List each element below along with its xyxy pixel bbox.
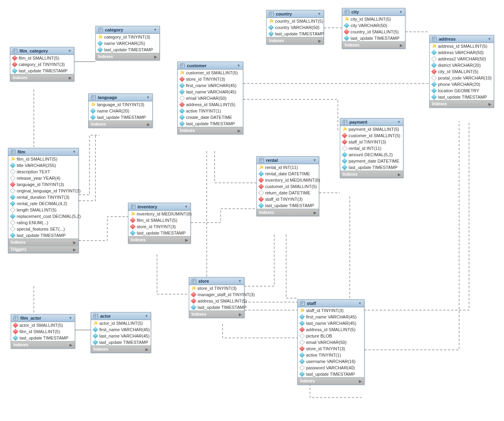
- table-address[interactable]: address▼address_id SMALLINT(5)address VA…: [429, 35, 494, 108]
- expand-icon[interactable]: ▶: [239, 312, 242, 316]
- column-row[interactable]: rental_duration TINYINT(3): [8, 194, 78, 200]
- column-row[interactable]: inventory_id MEDIUMINT(8): [128, 211, 190, 217]
- column-row[interactable]: last_update TIMESTAMP: [189, 304, 244, 310]
- table-staff[interactable]: staff▼staff_id TINYINT(3)first_name VARC…: [297, 299, 364, 385]
- column-row[interactable]: address_id SMALLINT(5): [298, 326, 364, 333]
- indexes-section[interactable]: Indexes▶: [342, 41, 405, 49]
- indexes-section[interactable]: Indexes▶: [128, 236, 190, 243]
- expand-icon[interactable]: ▶: [69, 76, 72, 80]
- collapse-icon[interactable]: ▼: [68, 49, 72, 53]
- column-row[interactable]: film_id SMALLINT(5): [11, 328, 75, 335]
- column-row[interactable]: last_name VARCHAR(45): [91, 333, 151, 339]
- table-rental[interactable]: rental▼rental_id INT(11)rental_date DATE…: [256, 156, 319, 216]
- collapse-icon[interactable]: ▼: [146, 95, 150, 99]
- column-row[interactable]: last_update TIMESTAMP: [430, 94, 494, 100]
- indexes-section[interactable]: Indexes▶: [89, 120, 152, 128]
- indexes-section[interactable]: Indexes▶: [8, 239, 78, 246]
- column-row[interactable]: actor_id SMALLINT(5): [91, 320, 151, 326]
- column-row[interactable]: name CHAR(20): [89, 108, 152, 114]
- table-header[interactable]: store▼: [189, 277, 244, 285]
- column-row[interactable]: first_name VARCHAR(45): [91, 326, 151, 333]
- table-inventory[interactable]: inventory▼inventory_id MEDIUMINT(8)film_…: [128, 203, 191, 244]
- table-category[interactable]: category▼category_id TINYINT(3)name VARC…: [95, 26, 160, 60]
- table-header[interactable]: rental▼: [257, 157, 319, 164]
- column-row[interactable]: email VARCHAR(50): [298, 339, 364, 345]
- expand-icon[interactable]: ▶: [488, 102, 491, 106]
- column-row[interactable]: name VARCHAR(25): [96, 40, 159, 47]
- indexes-section[interactable]: Indexes▶: [257, 209, 319, 216]
- column-row[interactable]: last_update TIMESTAMP: [178, 120, 243, 127]
- column-row[interactable]: last_update TIMESTAMP: [11, 335, 75, 341]
- collapse-icon[interactable]: ▼: [184, 205, 188, 209]
- column-row[interactable]: rental_date DATETIME: [257, 171, 319, 177]
- column-row[interactable]: amount DECIMAL(5,2): [340, 151, 403, 158]
- table-header[interactable]: customer▼: [178, 62, 243, 70]
- column-row[interactable]: country_id SMALLINT(5): [342, 29, 405, 35]
- column-row[interactable]: last_update TIMESTAMP: [8, 232, 78, 239]
- table-country[interactable]: country▼country_id SMALLINT(5)country VA…: [266, 10, 324, 45]
- indexes-section[interactable]: Indexes▶: [11, 341, 75, 348]
- column-row[interactable]: city VARCHAR(50): [342, 22, 405, 29]
- collapse-icon[interactable]: ▼: [488, 37, 491, 41]
- column-row[interactable]: create_date DATETIME: [178, 114, 243, 120]
- table-store[interactable]: store▼store_id TINYINT(3)manager_staff_i…: [189, 277, 244, 318]
- table-header[interactable]: city▼: [342, 8, 405, 16]
- collapse-icon[interactable]: ▼: [153, 28, 157, 32]
- expand-icon[interactable]: ▶: [314, 211, 316, 215]
- column-row[interactable]: last_update TIMESTAMP: [267, 31, 324, 37]
- column-row[interactable]: last_update TIMESTAMP: [96, 47, 159, 53]
- column-row[interactable]: rental_id INT(11): [340, 145, 403, 151]
- table-header[interactable]: inventory▼: [128, 203, 190, 211]
- column-row[interactable]: store_id TINYINT(3): [298, 345, 364, 352]
- column-row[interactable]: return_date DATETIME: [257, 190, 319, 196]
- table-header[interactable]: actor▼: [91, 312, 151, 320]
- collapse-icon[interactable]: ▼: [358, 301, 362, 305]
- table-header[interactable]: staff▼: [298, 300, 364, 307]
- column-row[interactable]: inventory_id MEDIUMINT(8): [257, 177, 319, 183]
- indexes-section[interactable]: Indexes▶: [178, 127, 243, 134]
- table-header[interactable]: film▼: [8, 148, 78, 156]
- column-row[interactable]: release_year YEAR(4): [8, 175, 78, 181]
- column-row[interactable]: rental_rate DECIMAL(4,2): [8, 200, 78, 207]
- column-row[interactable]: customer_id SMALLINT(5): [257, 183, 319, 190]
- table-header[interactable]: country▼: [267, 10, 324, 18]
- collapse-icon[interactable]: ▼: [238, 279, 242, 283]
- expand-icon[interactable]: ▶: [70, 343, 72, 347]
- column-row[interactable]: city_id SMALLINT(5): [430, 68, 494, 75]
- column-row[interactable]: store_id TINYINT(3): [178, 76, 243, 82]
- collapse-icon[interactable]: ▼: [318, 12, 321, 16]
- collapse-icon[interactable]: ▼: [145, 314, 148, 318]
- column-row[interactable]: special_features SET(...): [8, 226, 78, 232]
- expand-icon[interactable]: ▶: [185, 238, 188, 242]
- collapse-icon[interactable]: ▼: [399, 10, 403, 14]
- expand-icon[interactable]: ▶: [73, 248, 76, 252]
- column-row[interactable]: actor_id SMALLINT(5): [11, 322, 75, 328]
- column-row[interactable]: film_id SMALLINT(5): [128, 217, 190, 223]
- table-actor[interactable]: actor▼actor_id SMALLINT(5)first_name VAR…: [91, 312, 151, 353]
- collapse-icon[interactable]: ▼: [313, 158, 316, 162]
- table-header[interactable]: film_category▼: [10, 47, 74, 55]
- column-row[interactable]: address_id SMALLINT(5): [178, 101, 243, 108]
- table-language[interactable]: language▼language_id TINYINT(3)name CHAR…: [88, 93, 153, 128]
- column-row[interactable]: last_update TIMESTAMP: [342, 35, 405, 41]
- column-row[interactable]: language_id TINYINT(3): [8, 181, 78, 188]
- column-row[interactable]: last_update TIMESTAMP: [298, 371, 364, 377]
- table-header[interactable]: address▼: [430, 35, 494, 43]
- column-row[interactable]: active TINYINT(1): [178, 108, 243, 114]
- column-row[interactable]: description TEXT: [8, 169, 78, 175]
- column-row[interactable]: rental_id INT(11): [257, 164, 319, 171]
- column-row[interactable]: city_id SMALLINT(5): [342, 16, 405, 22]
- expand-icon[interactable]: ▶: [145, 347, 148, 351]
- table-header[interactable]: payment▼: [340, 118, 403, 126]
- column-row[interactable]: password VARCHAR(40): [298, 365, 364, 371]
- column-row[interactable]: picture BLOB: [298, 333, 364, 339]
- column-row[interactable]: address VARCHAR(50): [430, 49, 494, 56]
- column-row[interactable]: last_update TIMESTAMP: [10, 68, 74, 74]
- column-row[interactable]: length SMALLINT(5): [8, 207, 78, 213]
- table-city[interactable]: city▼city_id SMALLINT(5)city VARCHAR(50)…: [342, 8, 405, 49]
- table-customer[interactable]: customer▼customer_id SMALLINT(5)store_id…: [177, 62, 243, 134]
- column-row[interactable]: location GEOMETRY: [430, 87, 494, 94]
- collapse-icon[interactable]: ▼: [72, 150, 76, 154]
- column-row[interactable]: last_update TIMESTAMP: [340, 164, 403, 171]
- column-row[interactable]: first_name VARCHAR(45): [298, 314, 364, 320]
